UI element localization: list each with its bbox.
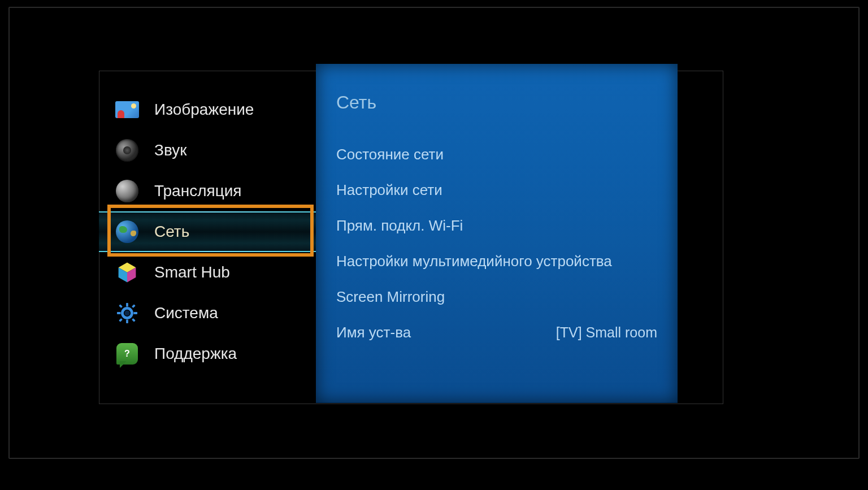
panel-item-label: Состояние сети — [336, 146, 444, 163]
panel-item-wifi-direct[interactable]: Прям. подкл. Wi-Fi — [336, 217, 657, 235]
svg-rect-11 — [132, 318, 136, 322]
picture-icon — [115, 97, 140, 122]
sidebar-item-label: Звук — [154, 141, 186, 159]
svg-rect-10 — [119, 318, 123, 322]
network-panel: Сеть Состояние сети Настройки сети Прям.… — [316, 64, 678, 403]
sidebar-item-network[interactable]: Сеть — [99, 211, 316, 252]
panel-item-multimedia-settings[interactable]: Настройки мультимедийного устройства — [336, 253, 657, 270]
panel-item-device-name[interactable]: Имя уст-ва [TV] Small room — [336, 324, 657, 341]
sidebar-item-support[interactable]: ? Поддержка — [99, 333, 316, 374]
svg-point-12 — [124, 310, 130, 316]
svg-rect-8 — [119, 304, 123, 308]
sidebar-item-system[interactable]: Система — [99, 293, 316, 333]
panel-item-label: Настройки сети — [336, 181, 442, 199]
gear-icon — [115, 301, 140, 326]
sidebar-item-sound[interactable]: Звук — [99, 130, 316, 171]
panel-item-label: Имя уст-ва — [336, 324, 411, 341]
sidebar-item-label: Трансляция — [154, 182, 241, 200]
svg-rect-7 — [133, 312, 137, 314]
smarthub-icon — [115, 260, 140, 285]
panel-item-network-settings[interactable]: Настройки сети — [336, 181, 657, 199]
sidebar-item-label: Smart Hub — [154, 263, 230, 281]
panel-title: Сеть — [336, 92, 657, 113]
sidebar-item-smarthub[interactable]: Smart Hub — [99, 252, 316, 293]
globe-icon — [115, 219, 140, 244]
svg-text:?: ? — [124, 349, 130, 358]
svg-rect-5 — [126, 319, 128, 323]
sound-icon — [115, 138, 140, 163]
panel-item-label: Настройки мультимедийного устройства — [336, 253, 612, 270]
sidebar-item-label: Изображение — [154, 101, 254, 119]
support-icon: ? — [115, 341, 140, 366]
panel-item-network-status[interactable]: Состояние сети — [336, 146, 657, 163]
svg-rect-4 — [126, 303, 128, 307]
broadcast-icon — [115, 179, 140, 203]
svg-rect-6 — [117, 312, 121, 314]
sidebar-item-label: Сеть — [154, 223, 189, 241]
svg-rect-9 — [132, 304, 136, 308]
panel-item-value: [TV] Small room — [556, 324, 657, 341]
panel-item-label: Прям. подкл. Wi-Fi — [336, 217, 463, 235]
sidebar-item-picture[interactable]: Изображение — [99, 89, 316, 130]
settings-sidebar: Изображение Звук Трансляция Сеть Smart H… — [99, 89, 316, 374]
sidebar-item-broadcast[interactable]: Трансляция — [99, 171, 316, 211]
panel-item-screen-mirroring[interactable]: Screen Mirroring — [336, 288, 657, 306]
sidebar-item-label: Система — [154, 304, 218, 322]
sidebar-item-label: Поддержка — [154, 345, 237, 363]
panel-item-label: Screen Mirroring — [336, 288, 445, 306]
